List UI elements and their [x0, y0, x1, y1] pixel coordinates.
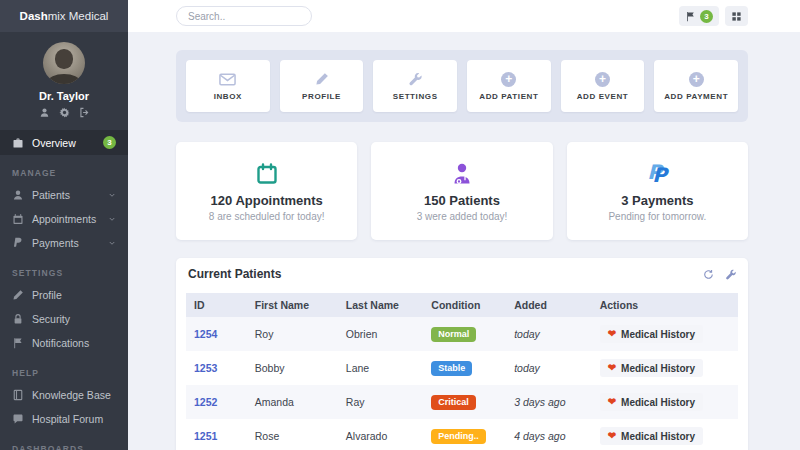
patient-first-name: Rose [247, 419, 338, 450]
medical-history-button[interactable]: ❤Medical History [600, 393, 703, 411]
medical-history-button[interactable]: ❤Medical History [600, 359, 703, 377]
sidebar: Dashmix Medical Dr. Taylor Overview 3 MA… [0, 0, 128, 450]
sidebar-item-label: Profile [32, 289, 62, 301]
flag-icon [685, 11, 696, 22]
quick-action-label: ADD PAYMENT [664, 92, 728, 101]
sidebar-item-label: Notifications [32, 337, 89, 349]
search-input[interactable] [176, 6, 312, 26]
patient-first-name: Roy [247, 317, 338, 351]
brand-rest: mix Medical [48, 10, 109, 22]
brand-bold: Dash [20, 10, 48, 22]
heart-icon: ❤ [608, 363, 616, 373]
sidebar-item-label: Appointments [32, 213, 96, 225]
stat-title: 120 Appointments [211, 193, 323, 208]
sidebar-item-security[interactable]: Security [0, 307, 128, 331]
quick-action-label: ADD EVENT [577, 92, 629, 101]
column-header-first-name: First Name [247, 293, 338, 317]
brand-logo[interactable]: Dashmix Medical [0, 0, 128, 32]
refresh-icon[interactable] [703, 269, 714, 280]
block-title: Current Patients [188, 267, 281, 281]
chevron-down-icon [108, 239, 116, 247]
user-panel: Dr. Taylor [0, 32, 128, 118]
patient-id-link[interactable]: 1253 [194, 362, 217, 374]
lock-icon [12, 313, 24, 325]
wrench-icon[interactable] [725, 269, 736, 280]
patient-last-name: Lane [338, 351, 424, 385]
chevron-down-icon [108, 191, 116, 199]
table-row: 1251 Rose Alvarado Pending.. 4 days ago … [186, 419, 738, 450]
stat-title: 150 Patients [424, 193, 500, 208]
add-patient-button[interactable]: + ADD PATIENT [467, 60, 551, 112]
overview-badge: 3 [103, 136, 116, 149]
stat-title: 3 Payments [621, 193, 693, 208]
main-content: INBOX PROFILE SETTINGS + ADD PATIENT + A… [128, 32, 800, 450]
add-event-button[interactable]: + ADD EVENT [561, 60, 645, 112]
table-row: 1254 Roy Obrien Normal today ❤Medical Hi… [186, 317, 738, 351]
sidebar-nav: Overview 3 MANAGE Patients Appointments … [0, 130, 128, 450]
patients-stat-card[interactable]: 150 Patients 3 were added today! [371, 142, 552, 240]
nav-heading-dashboards: DASHBOARDS [0, 431, 128, 450]
sidebar-item-label: Hospital Forum [32, 413, 103, 425]
patient-last-name: Alvarado [338, 419, 424, 450]
sidebar-item-label: Patients [32, 189, 70, 201]
sidebar-item-overview[interactable]: Overview 3 [0, 130, 128, 155]
column-header-actions: Actions [592, 293, 738, 317]
medical-bag-icon [12, 137, 24, 149]
quick-action-label: INBOX [214, 92, 242, 101]
table-row: 1252 Amanda Ray Critical 3 days ago ❤Med… [186, 385, 738, 419]
patient-id-link[interactable]: 1254 [194, 328, 217, 340]
calendar-icon [12, 213, 24, 225]
chat-icon [12, 413, 24, 425]
column-header-added: Added [506, 293, 592, 317]
heart-icon: ❤ [608, 431, 616, 441]
patient-id-link[interactable]: 1252 [194, 396, 217, 408]
envelope-icon [219, 71, 236, 87]
notifications-button[interactable]: 3 [679, 6, 719, 26]
patient-id-link[interactable]: 1251 [194, 430, 217, 442]
inbox-button[interactable]: INBOX [186, 60, 270, 112]
heart-icon: ❤ [608, 397, 616, 407]
nav-heading-help: HELP [0, 355, 128, 383]
stat-subtitle: 8 are scheduled for today! [209, 211, 325, 222]
sidebar-item-knowledge-base[interactable]: Knowledge Base [0, 383, 128, 407]
flag-icon [12, 337, 24, 349]
sidebar-item-patients[interactable]: Patients [0, 183, 128, 207]
paypal-icon [12, 237, 24, 249]
user-name: Dr. Taylor [0, 90, 128, 102]
sidebar-item-appointments[interactable]: Appointments [0, 207, 128, 231]
patient-last-name: Obrien [338, 317, 424, 351]
medical-history-button[interactable]: ❤Medical History [600, 427, 703, 445]
payments-stat-card[interactable]: PP 3 Payments Pending for tomorrow. [567, 142, 748, 240]
sidebar-item-notifications[interactable]: Notifications [0, 331, 128, 355]
sidebar-item-payments[interactable]: Payments [0, 231, 128, 255]
added-date: 4 days ago [506, 419, 592, 450]
appointments-stat-card[interactable]: 120 Appointments 8 are scheduled for tod… [176, 142, 357, 240]
paypal-icon: PP [644, 160, 670, 188]
sidebar-item-hospital-forum[interactable]: Hospital Forum [0, 407, 128, 431]
quick-action-label: PROFILE [302, 92, 341, 101]
sign-out-icon[interactable] [79, 107, 90, 118]
grid-icon [731, 11, 742, 22]
pencil-icon [12, 289, 24, 301]
stat-subtitle: Pending for tomorrow. [608, 211, 706, 222]
sidebar-item-label: Security [32, 313, 70, 325]
patient-last-name: Ray [338, 385, 424, 419]
add-payment-button[interactable]: + ADD PAYMENT [654, 60, 738, 112]
doctor-icon [450, 160, 474, 188]
stat-subtitle: 3 were added today! [417, 211, 508, 222]
pencil-icon [315, 71, 329, 87]
notifications-count-badge: 3 [700, 10, 713, 23]
quick-action-label: ADD PATIENT [479, 92, 538, 101]
avatar[interactable] [43, 42, 85, 84]
condition-badge: Normal [431, 327, 476, 342]
gear-icon[interactable] [59, 107, 70, 118]
current-patients-block: Current Patients ID First Name Last Name… [176, 258, 748, 450]
settings-button[interactable]: SETTINGS [373, 60, 457, 112]
user-profile-icon[interactable] [39, 107, 50, 118]
apps-grid-button[interactable] [725, 6, 748, 26]
profile-button[interactable]: PROFILE [280, 60, 364, 112]
sidebar-item-label: Payments [32, 237, 79, 249]
sidebar-item-profile[interactable]: Profile [0, 283, 128, 307]
added-date: today [506, 351, 592, 385]
medical-history-button[interactable]: ❤Medical History [600, 325, 703, 343]
